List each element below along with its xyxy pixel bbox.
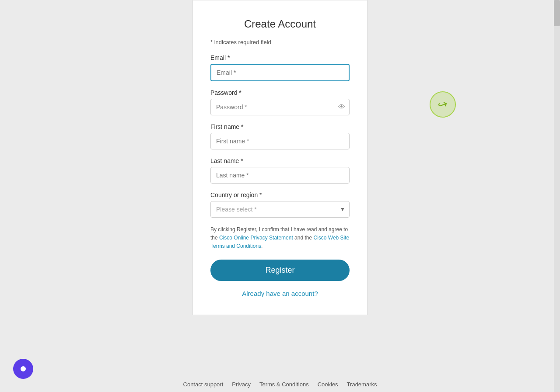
consent-post: . — [261, 243, 262, 249]
email-input[interactable] — [210, 64, 350, 81]
already-account-link[interactable]: Already have an account? — [210, 290, 350, 297]
footer-links: Contact support Privacy Terms & Conditio… — [183, 374, 377, 392]
cursor-overlay: ↩ — [430, 91, 456, 118]
purple-dot-widget[interactable] — [13, 359, 33, 379]
country-field-group: Country or region * Please select * ▼ — [210, 191, 350, 218]
consent-mid: and the — [293, 235, 314, 241]
password-input[interactable] — [210, 99, 350, 115]
page-title: Create Account — [210, 18, 350, 30]
country-label: Country or region * — [210, 191, 350, 198]
country-select[interactable]: Please select * — [210, 201, 350, 218]
email-label: Email * — [210, 54, 350, 61]
firstname-label: First name * — [210, 123, 350, 130]
scrollbar[interactable] — [554, 0, 560, 392]
email-field-group: Email * — [210, 54, 350, 81]
lastname-field-group: Last name * — [210, 157, 350, 184]
cursor-arrow-icon: ↩ — [436, 97, 449, 113]
firstname-input[interactable] — [210, 133, 350, 149]
footer-trademarks[interactable]: Trademarks — [347, 381, 377, 388]
page-wrapper: ↩ Create Account * indicates required fi… — [0, 0, 560, 392]
lastname-label: Last name * — [210, 157, 350, 164]
firstname-field-group: First name * — [210, 123, 350, 149]
lastname-input[interactable] — [210, 167, 350, 184]
password-label: Password * — [210, 89, 350, 96]
form-card: ↩ Create Account * indicates required fi… — [192, 0, 368, 315]
country-select-wrapper: Please select * ▼ — [210, 201, 350, 218]
footer-privacy[interactable]: Privacy — [232, 381, 251, 388]
password-wrapper: 👁 — [210, 99, 350, 115]
privacy-statement-link[interactable]: Cisco Online Privacy Statement — [219, 235, 293, 241]
footer-terms[interactable]: Terms & Conditions — [259, 381, 309, 388]
toggle-password-icon[interactable]: 👁 — [338, 103, 345, 111]
consent-text: By clicking Register, I confirm that I h… — [210, 225, 350, 251]
password-field-group: Password * 👁 — [210, 89, 350, 115]
register-button[interactable]: Register — [210, 260, 350, 281]
scrollbar-thumb[interactable] — [554, 0, 560, 26]
required-note: * indicates required field — [210, 39, 350, 45]
footer-contact-support[interactable]: Contact support — [183, 381, 224, 388]
footer-cookies[interactable]: Cookies — [318, 381, 338, 388]
purple-dot-inner — [21, 366, 26, 371]
